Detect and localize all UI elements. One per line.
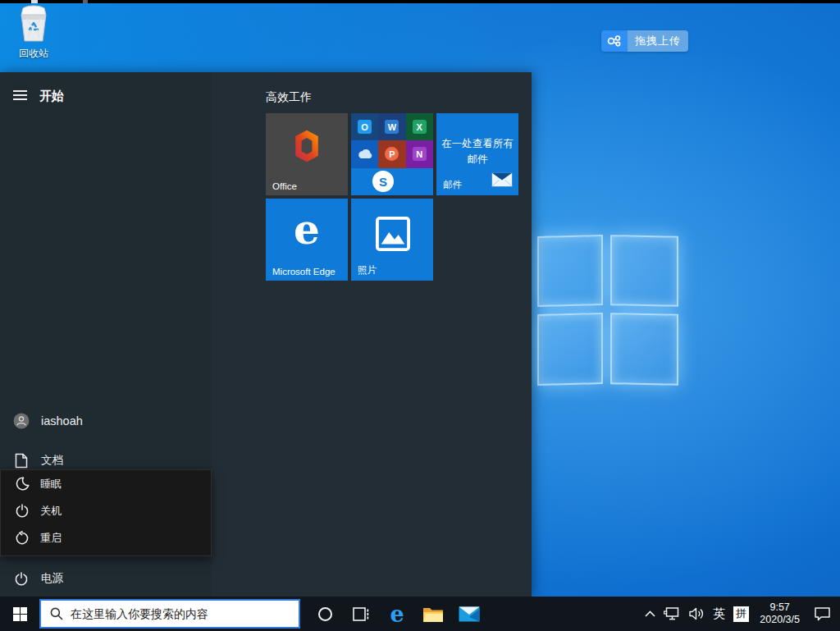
speaker-volume-icon: [689, 607, 705, 620]
office-apps-folder-tile[interactable]: O W X P N S: [351, 113, 433, 195]
taskbar: e: [0, 597, 840, 631]
top-edge-bar: [0, 0, 840, 3]
restart-menu-item[interactable]: 重启: [1, 524, 211, 551]
tile-group-title[interactable]: 高效工作: [266, 90, 312, 105]
word-icon: W: [385, 120, 399, 134]
search-input[interactable]: [63, 601, 299, 627]
wallpaper-window-pane: [537, 313, 603, 386]
power-button-item[interactable]: 电源: [0, 564, 212, 593]
tray-time: 9:57: [760, 601, 800, 614]
power-label: 电源: [41, 571, 63, 586]
restart-arrow-icon: [13, 531, 31, 546]
user-name-label: iashoah: [41, 414, 83, 428]
sleep-menu-item[interactable]: 睡眠: [1, 470, 211, 497]
shutdown-power-icon: [13, 504, 31, 518]
powerpoint-icon: P: [385, 147, 399, 161]
sleep-label: 睡眠: [40, 477, 62, 492]
skype-mini-tile[interactable]: S: [351, 168, 433, 195]
onedrive-mini-tile[interactable]: [351, 140, 378, 167]
recycle-bin-desktop-icon[interactable]: 回收站: [5, 5, 62, 59]
mail-tile[interactable]: 在一处查看所有邮件 邮件: [436, 113, 518, 195]
file-explorer-button[interactable]: [415, 597, 451, 631]
power-icon: [11, 572, 31, 586]
hamburger-menu-icon[interactable]: [13, 90, 27, 101]
office-tile[interactable]: Office: [266, 113, 348, 195]
mail-tile-label: 邮件: [443, 179, 462, 191]
drag-upload-button[interactable]: 拖拽上传: [601, 30, 688, 52]
system-tray: 英 拼 9:57 2020/3/5: [641, 597, 840, 631]
top-bar-segment: [31, 0, 38, 3]
ime-pinyin-indicator: 拼: [733, 606, 749, 622]
edge-logo-icon: e: [266, 205, 348, 254]
task-view-icon: [353, 607, 369, 621]
powerpoint-mini-tile[interactable]: P: [378, 140, 405, 167]
network-button[interactable]: [660, 597, 685, 631]
restart-label: 重启: [40, 531, 62, 546]
excel-mini-tile[interactable]: X: [406, 113, 433, 140]
mail-tile-heading: 在一处查看所有邮件: [436, 136, 518, 167]
photos-tile-label: 照片: [358, 264, 377, 277]
photos-tile[interactable]: 照片: [351, 199, 433, 281]
taskbar-search-box[interactable]: [39, 599, 300, 629]
wallpaper-window-pane: [537, 235, 603, 307]
cortana-icon: [318, 607, 332, 621]
start-menu-title: 开始: [39, 89, 64, 104]
office-tile-label: Office: [272, 181, 297, 191]
power-flyout-menu: 睡眠 关机 重启: [0, 469, 212, 556]
outlook-mini-tile[interactable]: O: [351, 113, 378, 140]
shutdown-label: 关机: [40, 504, 62, 519]
language-indicator[interactable]: 英: [709, 597, 729, 631]
photos-mountain-icon: [376, 217, 410, 251]
sleep-moon-icon: [13, 477, 31, 491]
start-menu: 开始 iashoah 文档 睡眠: [0, 72, 532, 597]
search-icon: [50, 607, 63, 620]
folder-icon: [422, 606, 444, 623]
outlook-icon: O: [358, 120, 372, 134]
start-button[interactable]: [0, 597, 39, 631]
chevron-up-icon: [645, 610, 655, 617]
word-mini-tile[interactable]: W: [378, 113, 405, 140]
edge-taskbar-button[interactable]: e: [379, 597, 415, 631]
edge-icon: e: [390, 603, 404, 625]
wallpaper-window-pane: [610, 313, 678, 385]
documents-label: 文档: [41, 453, 63, 468]
user-avatar-icon: [11, 413, 31, 429]
office-logo-icon: [289, 128, 325, 164]
task-view-button[interactable]: [343, 597, 379, 631]
tray-overflow-button[interactable]: [641, 597, 660, 631]
action-center-button[interactable]: [806, 597, 838, 631]
ime-mode-button[interactable]: 拼: [729, 597, 753, 631]
wallpaper-window-pane: [610, 235, 678, 306]
user-account-item[interactable]: iashoah: [0, 406, 212, 436]
ethernet-network-icon: [664, 607, 681, 621]
onenote-icon: N: [413, 147, 427, 161]
clock[interactable]: 9:57 2020/3/5: [753, 597, 806, 631]
top-bar-segment: [83, 0, 88, 3]
shutdown-menu-item[interactable]: 关机: [1, 497, 211, 524]
onedrive-cloud-icon: [356, 149, 374, 159]
mail-envelope-icon: [491, 172, 513, 190]
cortana-button[interactable]: [307, 597, 343, 631]
recycle-bin-label: 回收站: [5, 47, 62, 61]
netdisk-share-icon: [601, 30, 628, 52]
edge-tile-label: Microsoft Edge: [272, 267, 336, 277]
document-icon: [11, 453, 31, 469]
notification-icon: [815, 607, 830, 621]
tray-date: 2020/3/5: [760, 614, 800, 626]
mail-icon: [459, 606, 480, 622]
drag-upload-label: 拖拽上传: [628, 30, 688, 52]
volume-button[interactable]: [685, 597, 709, 631]
windows-logo-icon: [13, 607, 27, 621]
onenote-mini-tile[interactable]: N: [406, 140, 433, 167]
recycle-bin-icon: [15, 5, 52, 43]
edge-tile[interactable]: e Microsoft Edge: [266, 199, 348, 281]
mail-taskbar-button[interactable]: [451, 597, 487, 631]
skype-icon: S: [372, 171, 394, 192]
excel-icon: X: [413, 120, 427, 134]
